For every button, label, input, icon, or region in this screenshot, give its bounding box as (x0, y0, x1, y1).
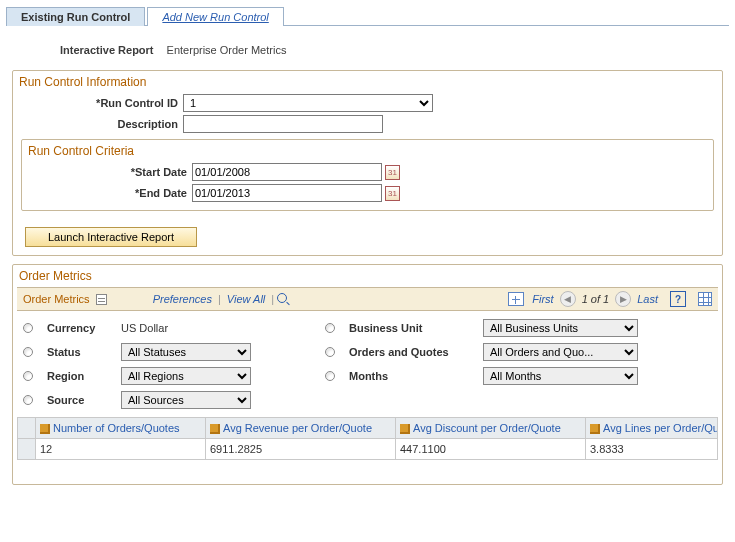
interactive-report-value: Enterprise Order Metrics (167, 44, 287, 56)
months-label: Months (349, 370, 479, 382)
run-control-id-select[interactable]: 1 (183, 94, 433, 112)
status-radio[interactable] (23, 347, 33, 357)
business-unit-radio[interactable] (325, 323, 335, 333)
end-date-label: *End Date (22, 187, 192, 199)
region-radio[interactable] (23, 371, 33, 381)
status-select[interactable]: All Statuses (121, 343, 251, 361)
table-row[interactable]: 12 6911.2825 447.1100 3.8333 (18, 439, 718, 460)
pager: First ◀ 1 of 1 ▶ Last (532, 291, 658, 307)
currency-label: Currency (47, 322, 117, 334)
expand-icon[interactable] (96, 294, 107, 305)
tab-existing-run-control[interactable]: Existing Run Control (6, 7, 145, 26)
start-date-label: *Start Date (22, 166, 192, 178)
currency-value: US Dollar (121, 322, 321, 334)
find-icon[interactable] (508, 292, 524, 306)
col-avg-lines[interactable]: Avg Lines per Order/Qu (586, 418, 718, 439)
order-metrics-table: Number of Orders/Quotes Avg Revenue per … (17, 417, 718, 460)
run-control-criteria-title: Run Control Criteria (22, 140, 713, 160)
row-handle[interactable] (18, 439, 36, 460)
grid-personalize-icon[interactable] (698, 292, 712, 306)
source-select[interactable]: All Sources (121, 391, 251, 409)
months-radio[interactable] (325, 371, 335, 381)
pager-next-icon[interactable]: ▶ (615, 291, 631, 307)
end-date-input[interactable] (192, 184, 382, 202)
run-control-information-panel: Run Control Information *Run Control ID … (12, 70, 723, 256)
col-avg-revenue[interactable]: Avg Revenue per Order/Quote (206, 418, 396, 439)
zoom-icon[interactable] (277, 293, 289, 305)
help-icon[interactable]: ? (670, 291, 686, 307)
launch-interactive-report-button[interactable]: Launch Interactive Report (25, 227, 197, 247)
grid-toolbar: Order Metrics Preferences | View All | F… (17, 287, 718, 311)
col-number-orders[interactable]: Number of Orders/Quotes (36, 418, 206, 439)
source-label: Source (47, 394, 117, 406)
run-control-information-title: Run Control Information (13, 71, 722, 91)
orders-quotes-label: Orders and Quotes (349, 346, 479, 358)
run-control-id-label: *Run Control ID (13, 97, 183, 109)
tab-bar: Existing Run Control Add New Run Control (6, 6, 729, 26)
orders-quotes-radio[interactable] (325, 347, 335, 357)
status-label: Status (47, 346, 117, 358)
region-select[interactable]: All Regions (121, 367, 251, 385)
pager-last[interactable]: Last (637, 293, 658, 305)
horizontal-scrollbar[interactable] (17, 462, 718, 478)
source-radio[interactable] (23, 395, 33, 405)
orders-quotes-select[interactable]: All Orders and Quo... (483, 343, 638, 361)
filter-grid: Currency US Dollar Business Unit All Bus… (13, 315, 722, 413)
pager-prev-icon[interactable]: ◀ (560, 291, 576, 307)
description-label: Description (13, 118, 183, 130)
run-control-criteria-panel: Run Control Criteria *Start Date 31 *End… (21, 139, 714, 211)
order-metrics-panel-title: Order Metrics (13, 265, 722, 285)
cell-avg-discount: 447.1100 (396, 439, 586, 460)
grid-title: Order Metrics (23, 293, 90, 305)
business-unit-select[interactable]: All Business Units (483, 319, 638, 337)
cube-icon (400, 424, 410, 434)
cube-icon (40, 424, 50, 434)
interactive-report-label: Interactive Report (60, 44, 154, 56)
currency-radio[interactable] (23, 323, 33, 333)
tab-add-new-run-control[interactable]: Add New Run Control (147, 7, 283, 26)
cell-number-orders: 12 (36, 439, 206, 460)
table-header-row: Number of Orders/Quotes Avg Revenue per … (18, 418, 718, 439)
calendar-icon[interactable]: 31 (385, 165, 400, 180)
preferences-link[interactable]: Preferences (153, 293, 212, 305)
view-all-link[interactable]: View All (227, 293, 266, 305)
description-input[interactable] (183, 115, 383, 133)
report-title-row: Interactive Report Enterprise Order Metr… (0, 44, 735, 56)
cell-avg-revenue: 6911.2825 (206, 439, 396, 460)
pager-first[interactable]: First (532, 293, 553, 305)
months-select[interactable]: All Months (483, 367, 638, 385)
col-avg-discount[interactable]: Avg Discount per Order/Quote (396, 418, 586, 439)
cube-icon (590, 424, 600, 434)
business-unit-label: Business Unit (349, 322, 479, 334)
start-date-input[interactable] (192, 163, 382, 181)
cube-icon (210, 424, 220, 434)
region-label: Region (47, 370, 117, 382)
row-handle-header (18, 418, 36, 439)
cell-avg-lines: 3.8333 (586, 439, 718, 460)
order-metrics-panel: Order Metrics Order Metrics Preferences … (12, 264, 723, 485)
pager-count: 1 of 1 (582, 293, 610, 305)
calendar-icon[interactable]: 31 (385, 186, 400, 201)
